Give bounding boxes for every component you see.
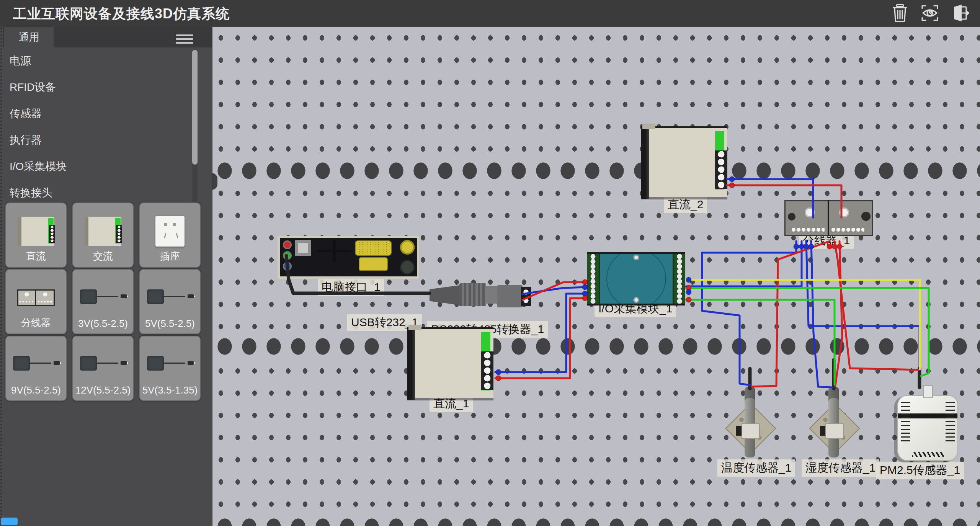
page-title: 工业互联网设备及接线3D仿真系统 [13,5,230,23]
sidebar: 通用 电源RFID设备传感器执行器I/O采集模块转换接头 直流 交流 插座 分线… [0,27,212,526]
tile-label: 12V(5.5-2.5) [73,384,133,396]
tile-7[interactable]: 12V(5.5-2.5) [72,336,134,401]
adapter-icon [147,353,193,376]
device-io-module[interactable] [587,252,685,305]
tile-0[interactable]: 直流 [5,203,67,268]
device-dc-power-1[interactable] [407,327,493,398]
trash-icon[interactable] [890,3,910,23]
view-eye-icon[interactable] [920,3,939,23]
device-label: PM2.5传感器_1 [876,462,964,479]
device-dc-power-2[interactable] [641,126,727,197]
header-bar: 工业互联网设备及接线3D仿真系统 [0,0,980,27]
exit-icon[interactable] [950,3,969,23]
adapter-icon [147,286,193,309]
adapter-icon [80,353,126,376]
device-label: 温度传感器_1 [717,459,795,477]
tile-label: 插座 [140,250,200,263]
tile-6[interactable]: 9V(5.5-2.5) [5,336,67,401]
status-indicator [1,518,18,525]
splitterart-icon [17,289,55,306]
device-rs232-to-rs485[interactable] [497,285,523,307]
header-toolbar [890,3,969,23]
device-temperature-sensor[interactable] [726,387,774,457]
pegboard-band [212,514,980,526]
sidebar-item-2[interactable]: 传感器 [3,100,191,127]
component-palette: 直流 交流 插座 分线器 3V(5.5-2.5) 5V(5.5-2.5) 9V(… [5,203,207,401]
tile-label: 分线器 [6,316,66,330]
tile-label: 3V(5.5-2.5) [73,318,133,330]
device-pm25-sensor[interactable] [897,395,958,461]
app-window: 工业互联网设备及接线3D仿真系统 [0,0,980,526]
tile-label: 5V(5.5-2.5) [140,318,200,330]
tile-1[interactable]: 交流 [72,203,134,268]
tile-label: 交流 [73,250,133,263]
sidebar-scrollbar-thumb[interactable] [192,50,198,165]
device-humidity-sensor[interactable] [810,387,858,457]
tile-label: 9V(5.5-2.5) [6,384,66,396]
pegboard-band [212,160,980,181]
device-usb-to-232[interactable] [430,281,506,309]
device-label: 直流_2 [664,196,707,213]
simulation-canvas[interactable]: 直流_2 电脑接口_1 USB转232_1 RS232转485转换器_1 I/O… [212,27,980,526]
tab-general[interactable]: 通用 [4,27,54,47]
adapter-icon [80,286,126,309]
sidebar-item-4[interactable]: I/O采集模块 [3,153,191,180]
adapter-icon [13,353,59,376]
sidebar-menu: 电源RFID设备传感器执行器I/O采集模块转换接头 [3,47,191,206]
device-pc-interface[interactable] [278,236,419,279]
psu-icon [18,217,54,246]
tile-3[interactable]: 分线器 [5,269,67,334]
device-label: 湿度传感器_1 [802,459,879,477]
sidebar-tabstrip: 通用 [3,27,212,47]
socket-icon [155,216,185,247]
device-label: 电脑接口_1 [318,279,384,296]
device-splitter[interactable] [784,200,873,236]
sidebar-scrollbar[interactable] [192,49,198,202]
pegboard-band [212,336,980,357]
hamburger-menu-icon[interactable] [176,32,193,42]
tile-label: 直流 [6,250,66,263]
tile-4[interactable]: 3V(5.5-2.5) [72,269,134,334]
tile-8[interactable]: 5V(3.5-1.35) [139,336,201,401]
tile-2[interactable]: 插座 [139,203,201,268]
sidebar-item-0[interactable]: 电源 [3,47,191,74]
sidebar-item-1[interactable]: RFID设备 [3,74,191,100]
sidebar-item-3[interactable]: 执行器 [3,127,191,153]
psu-icon [85,217,121,246]
tile-label: 5V(3.5-1.35) [140,384,200,396]
tile-5[interactable]: 5V(5.5-2.5) [139,269,201,334]
sidebar-item-5[interactable]: 转换接头 [3,180,191,206]
